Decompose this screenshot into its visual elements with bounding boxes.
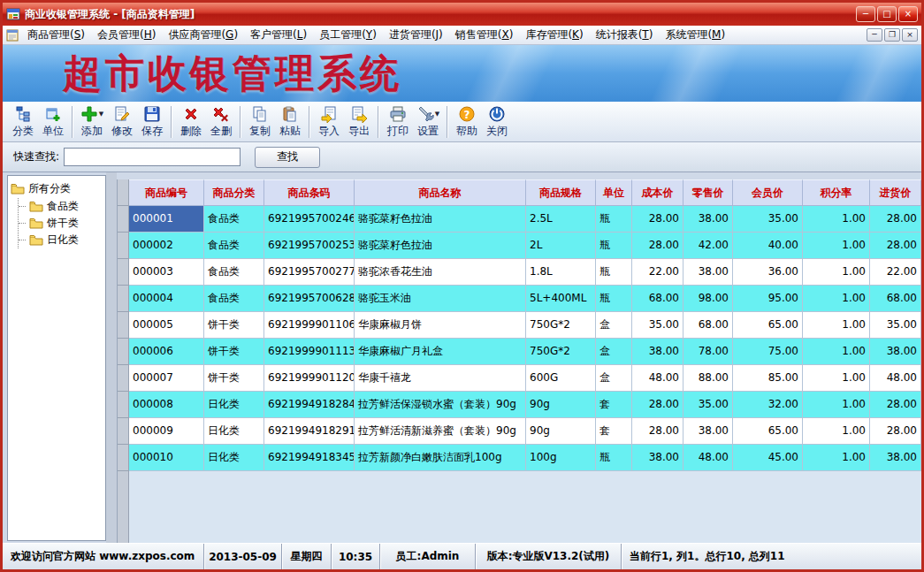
- grid-cell[interactable]: 90g: [526, 392, 596, 418]
- grid-cell[interactable]: 38.00: [632, 445, 683, 471]
- grid-cell[interactable]: 85.00: [733, 365, 803, 392]
- grid-cell[interactable]: 拉芳鲜活清新滋养蜜（套装）90g: [355, 418, 526, 445]
- grid-cell[interactable]: 36.00: [733, 259, 803, 286]
- grid-cell[interactable]: 45.00: [733, 445, 803, 471]
- tree-root-all-categories[interactable]: 所有分类: [11, 180, 103, 197]
- tree-item-2[interactable]: 日化类: [19, 232, 103, 248]
- menu-item-9[interactable]: 系统管理(M): [659, 26, 731, 44]
- grid-cell[interactable]: 骆驼菜籽色拉油: [355, 206, 526, 233]
- grid-cell[interactable]: 饼干类: [204, 365, 264, 392]
- grid-cell[interactable]: 28.00: [632, 206, 683, 233]
- grid-cell[interactable]: 瓶: [596, 233, 632, 259]
- grid-cell[interactable]: 000005: [129, 312, 204, 339]
- grid-cell[interactable]: 1.00: [803, 312, 870, 339]
- menu-item-4[interactable]: 员工管理(Y): [313, 26, 383, 44]
- row-header-cell[interactable]: [118, 259, 129, 286]
- row-header-cell[interactable]: [118, 233, 129, 259]
- table-row-0[interactable]: 000001食品类6921995700246骆驼菜籽色拉油2.5L瓶28.003…: [118, 206, 921, 233]
- mdi-close-button[interactable]: ×: [902, 28, 918, 42]
- grid-cell[interactable]: 6921994918345: [264, 445, 355, 471]
- column-header-4[interactable]: 商品规格: [526, 179, 596, 206]
- dropdown-arrow-icon[interactable]: ▼: [435, 111, 439, 118]
- toolbar-button-help[interactable]: ?帮助: [452, 103, 482, 141]
- grid-cell[interactable]: 骆驼菜籽色拉油: [355, 233, 526, 259]
- grid-cell[interactable]: 48.00: [632, 365, 683, 392]
- grid-cell[interactable]: 000003: [129, 259, 204, 286]
- grid-cell[interactable]: 套: [596, 392, 632, 418]
- grid-cell[interactable]: 68.00: [632, 286, 683, 312]
- grid-cell[interactable]: 28.00: [632, 418, 683, 445]
- column-header-10[interactable]: 进货价: [870, 179, 921, 206]
- grid-cell[interactable]: 88.00: [683, 365, 733, 392]
- tree-item-1[interactable]: 饼干类: [19, 215, 103, 232]
- table-row-4[interactable]: 000005饼干类6921999901106华康麻椒月饼750G*2盒35.00…: [118, 312, 921, 339]
- maximize-button[interactable]: □: [877, 6, 897, 22]
- grid-cell[interactable]: 6921999901113: [264, 339, 355, 365]
- grid-cell[interactable]: 1.00: [803, 233, 870, 259]
- table-row-1[interactable]: 000002食品类6921995700253骆驼菜籽色拉油2L瓶28.0042.…: [118, 233, 921, 259]
- tree-item-0[interactable]: 食品类: [19, 198, 103, 215]
- grid-cell[interactable]: 35.00: [632, 312, 683, 339]
- grid-cell[interactable]: 28.00: [632, 233, 683, 259]
- row-header-cell[interactable]: [118, 286, 129, 312]
- menu-item-6[interactable]: 销售管理(X): [449, 26, 520, 44]
- column-header-7[interactable]: 零售价: [683, 179, 733, 206]
- column-header-0[interactable]: 商品编号: [129, 179, 204, 206]
- grid-cell[interactable]: 28.00: [870, 206, 921, 233]
- toolbar-button-print[interactable]: 打印: [383, 103, 413, 141]
- menu-item-2[interactable]: 供应商管理(G): [162, 26, 244, 44]
- grid-cell[interactable]: 瓶: [596, 286, 632, 312]
- grid-cell[interactable]: 拉芳新颜净白嫩肤洁面乳100g: [355, 445, 526, 471]
- row-header-cell[interactable]: [118, 339, 129, 365]
- grid-cell[interactable]: 日化类: [204, 445, 264, 471]
- column-header-2[interactable]: 商品条码: [264, 179, 355, 206]
- row-header-cell[interactable]: [118, 392, 129, 418]
- toolbar-button-edit[interactable]: 修改: [107, 103, 137, 141]
- grid-cell[interactable]: 65.00: [733, 312, 803, 339]
- grid-cell[interactable]: 750G*2: [526, 312, 596, 339]
- grid-cell[interactable]: 42.00: [683, 233, 733, 259]
- grid-cell[interactable]: 瓶: [596, 206, 632, 233]
- toolbar-button-export[interactable]: 导出: [344, 103, 374, 141]
- grid-cell[interactable]: 28.00: [632, 392, 683, 418]
- grid-cell[interactable]: 盒: [596, 312, 632, 339]
- grid-cell[interactable]: 38.00: [632, 339, 683, 365]
- grid-cell[interactable]: 35.00: [870, 312, 921, 339]
- toolbar-button-settings[interactable]: ▼设置: [413, 103, 443, 141]
- grid-cell[interactable]: 华康麻椒广月礼盒: [355, 339, 526, 365]
- grid-cell[interactable]: 1.00: [803, 418, 870, 445]
- grid-cell[interactable]: 48.00: [870, 365, 921, 392]
- menu-item-8[interactable]: 统计报表(T): [590, 26, 660, 44]
- grid-cell[interactable]: 68.00: [683, 312, 733, 339]
- menu-item-0[interactable]: 商品管理(S): [21, 26, 91, 44]
- grid-cell[interactable]: 98.00: [683, 286, 733, 312]
- toolbar-button-import[interactable]: 导入: [314, 103, 344, 141]
- table-row-3[interactable]: 000004食品类6921995700628骆驼玉米油5L+400ML瓶68.0…: [118, 286, 921, 312]
- grid-cell[interactable]: 6921995700277: [264, 259, 355, 286]
- grid-cell[interactable]: 38.00: [683, 259, 733, 286]
- grid-cell[interactable]: 22.00: [870, 259, 921, 286]
- grid-cell[interactable]: 48.00: [683, 445, 733, 471]
- grid-cell[interactable]: 瓶: [596, 445, 632, 471]
- grid-cell[interactable]: 1.00: [803, 339, 870, 365]
- grid-cell[interactable]: 1.8L: [526, 259, 596, 286]
- grid-cell[interactable]: 38.00: [870, 339, 921, 365]
- toolbar-button-save[interactable]: 保存: [137, 103, 167, 141]
- grid-cell[interactable]: 95.00: [733, 286, 803, 312]
- mdi-minimize-button[interactable]: ─: [867, 28, 882, 42]
- row-header-cell[interactable]: [118, 418, 129, 445]
- grid-cell[interactable]: 68.00: [870, 286, 921, 312]
- grid-cell[interactable]: 22.00: [632, 259, 683, 286]
- menu-item-1[interactable]: 会员管理(H): [91, 26, 162, 44]
- grid-cell[interactable]: 6921995700253: [264, 233, 355, 259]
- grid-cell[interactable]: 40.00: [733, 233, 803, 259]
- grid-cell[interactable]: 6921995700628: [264, 286, 355, 312]
- row-header-cell[interactable]: [118, 365, 129, 392]
- grid-cell[interactable]: 28.00: [870, 418, 921, 445]
- toolbar-button-category[interactable]: 分类: [8, 103, 38, 141]
- grid-cell[interactable]: 盒: [596, 339, 632, 365]
- close-button[interactable]: ×: [898, 6, 918, 22]
- column-header-1[interactable]: 商品分类: [204, 179, 264, 206]
- menu-item-7[interactable]: 库存管理(K): [519, 26, 589, 44]
- grid-cell[interactable]: 38.00: [683, 418, 733, 445]
